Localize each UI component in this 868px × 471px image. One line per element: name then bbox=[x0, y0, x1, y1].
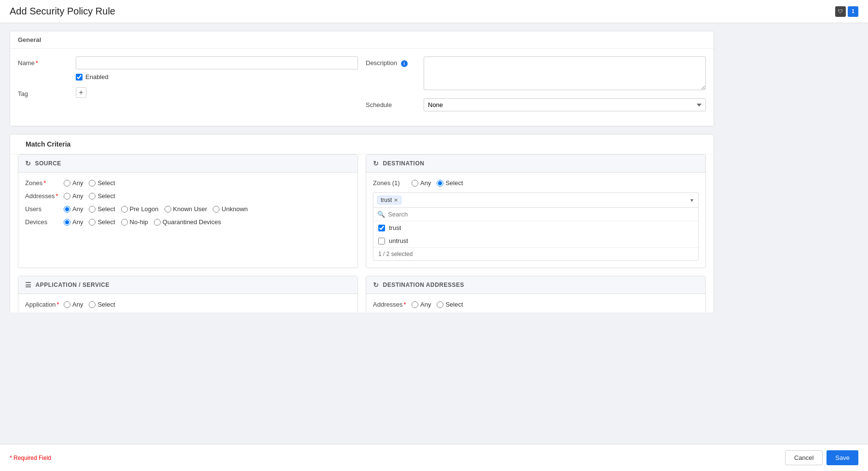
dest-zone-trust-label: trust bbox=[389, 224, 401, 231]
source-devices-select-radio[interactable]: Select bbox=[89, 218, 115, 226]
trust-chip-remove[interactable]: ✕ bbox=[394, 197, 398, 203]
source-addresses-label: Addresses* bbox=[25, 192, 64, 200]
notification-badge: 1 bbox=[848, 6, 858, 17]
dest-addr-panel-header: ↻ DESTINATION ADDRESSES bbox=[366, 276, 705, 294]
application-label: Application* bbox=[25, 301, 64, 308]
source-zones-label: Zones* bbox=[25, 179, 64, 187]
application-service-panel: ☰ APPLICATION / SERVICE Application* Any bbox=[18, 276, 358, 312]
enabled-label: Enabled bbox=[85, 73, 109, 81]
destination-panel-header: ↻ DESTINATION bbox=[366, 155, 705, 173]
dest-selected-count: 1 / 2 selected bbox=[373, 247, 698, 260]
source-addresses-any-radio[interactable]: Any bbox=[64, 192, 83, 200]
trust-chip: trust ✕ bbox=[377, 196, 401, 204]
dest-addr-icon: ↻ bbox=[373, 281, 379, 289]
app-any-radio[interactable]: Any bbox=[64, 301, 83, 308]
source-zones-any-radio[interactable]: Any bbox=[64, 179, 83, 187]
match-criteria-section: Match Criteria ↻ SOURCE Zones* bbox=[10, 134, 714, 312]
source-devices-row: Devices Any Select No-hip bbox=[25, 218, 351, 226]
tag-row: Tag + bbox=[18, 87, 358, 98]
source-addresses-select-radio[interactable]: Select bbox=[89, 192, 115, 200]
dest-search-input[interactable] bbox=[388, 211, 694, 218]
source-users-unknown-radio[interactable]: Unknown bbox=[213, 205, 248, 213]
destination-addresses-panel: ↻ DESTINATION ADDRESSES Addresses* Any bbox=[366, 276, 706, 312]
source-panel-header: ↻ SOURCE bbox=[18, 155, 358, 173]
shield-header-icon: 🛡 bbox=[835, 6, 846, 17]
destination-panel: ↻ DESTINATION Zones (1) Any Select bbox=[366, 154, 706, 268]
match-criteria-title: Match Criteria bbox=[18, 135, 78, 154]
source-addresses-row: Addresses* Any Select bbox=[25, 192, 351, 200]
name-row: Name* Enabled bbox=[18, 56, 358, 81]
schedule-row: Schedule None bbox=[366, 98, 706, 111]
schedule-label: Schedule bbox=[366, 98, 424, 108]
page-header: Add Security Policy Rule 🛡 1 bbox=[0, 0, 868, 23]
dest-zones-label: Zones (1) bbox=[373, 179, 412, 187]
name-control-area: Enabled bbox=[76, 56, 358, 81]
app-service-panel-header: ☰ APPLICATION / SERVICE bbox=[18, 276, 358, 294]
dest-zone-trust-checkbox[interactable] bbox=[378, 225, 385, 231]
description-label: Description i bbox=[366, 56, 424, 67]
source-panel: ↻ SOURCE Zones* Any bbox=[18, 154, 358, 268]
dest-zone-untrust-label: untrust bbox=[389, 237, 408, 244]
source-devices-label: Devices bbox=[25, 218, 64, 226]
source-devices-quarantined-radio[interactable]: Quarantined Devices bbox=[154, 218, 221, 226]
header-icons: 🛡 1 bbox=[835, 6, 858, 17]
general-section: General Name* Enabled bbox=[10, 31, 714, 126]
source-users-row: Users Any Select Pre Logon bbox=[25, 205, 351, 213]
search-icon: 🔍 bbox=[377, 211, 385, 218]
destination-icon: ↻ bbox=[373, 160, 379, 167]
dest-addresses-row: Addresses* Any Select bbox=[373, 301, 699, 308]
page-title: Add Security Policy Rule bbox=[10, 6, 115, 17]
name-input[interactable] bbox=[76, 56, 358, 69]
source-users-select-radio[interactable]: Select bbox=[89, 205, 115, 213]
description-info-icon[interactable]: i bbox=[401, 60, 408, 67]
dest-zones-select-radio[interactable]: Select bbox=[437, 179, 463, 187]
dest-dropdown-list: 🔍 trust untrust 1 / 2 selec bbox=[373, 207, 698, 260]
general-section-title: General bbox=[10, 31, 714, 49]
dest-zones-dropdown: trust ✕ ▼ 🔍 trust bbox=[373, 192, 699, 261]
app-icon: ☰ bbox=[25, 281, 32, 289]
enabled-checkbox[interactable] bbox=[76, 74, 83, 81]
enabled-checkbox-label[interactable]: Enabled bbox=[76, 73, 358, 81]
source-users-label: Users bbox=[25, 205, 64, 213]
dest-zone-untrust-item[interactable]: untrust bbox=[373, 234, 698, 247]
dest-zones-any-radio[interactable]: Any bbox=[412, 179, 431, 187]
add-tag-button[interactable]: + bbox=[76, 87, 86, 98]
dest-zone-untrust-checkbox[interactable] bbox=[378, 238, 385, 244]
description-textarea[interactable] bbox=[424, 56, 706, 90]
source-users-any-radio[interactable]: Any bbox=[64, 205, 83, 213]
source-devices-nohip-radio[interactable]: No-hip bbox=[121, 218, 148, 226]
dest-addresses-label: Addresses* bbox=[373, 301, 412, 308]
source-icon: ↻ bbox=[25, 160, 31, 167]
dest-addr-select-radio[interactable]: Select bbox=[437, 301, 463, 308]
schedule-select[interactable]: None bbox=[424, 98, 706, 111]
source-zones-select-radio[interactable]: Select bbox=[89, 179, 115, 187]
dest-zone-trust-item[interactable]: trust bbox=[373, 221, 698, 234]
dest-search-area: 🔍 bbox=[373, 208, 698, 221]
dest-zones-row: Zones (1) Any Select bbox=[373, 179, 699, 187]
source-users-knownuser-radio[interactable]: Known User bbox=[165, 205, 207, 213]
description-row: Description i bbox=[366, 56, 706, 92]
source-zones-row: Zones* Any Select bbox=[25, 179, 351, 187]
source-devices-any-radio[interactable]: Any bbox=[64, 218, 83, 226]
application-row: Application* Any Select bbox=[25, 301, 351, 308]
source-users-prelogon-radio[interactable]: Pre Logon bbox=[121, 205, 159, 213]
app-select-radio[interactable]: Select bbox=[89, 301, 115, 308]
trust-chip-label: trust bbox=[381, 197, 392, 203]
name-label: Name* bbox=[18, 56, 76, 67]
dest-dropdown-arrow[interactable]: ▼ bbox=[689, 198, 694, 203]
dest-addr-any-radio[interactable]: Any bbox=[412, 301, 431, 308]
dest-selected-area[interactable]: trust ✕ ▼ bbox=[373, 193, 698, 207]
tag-label: Tag bbox=[18, 87, 76, 97]
